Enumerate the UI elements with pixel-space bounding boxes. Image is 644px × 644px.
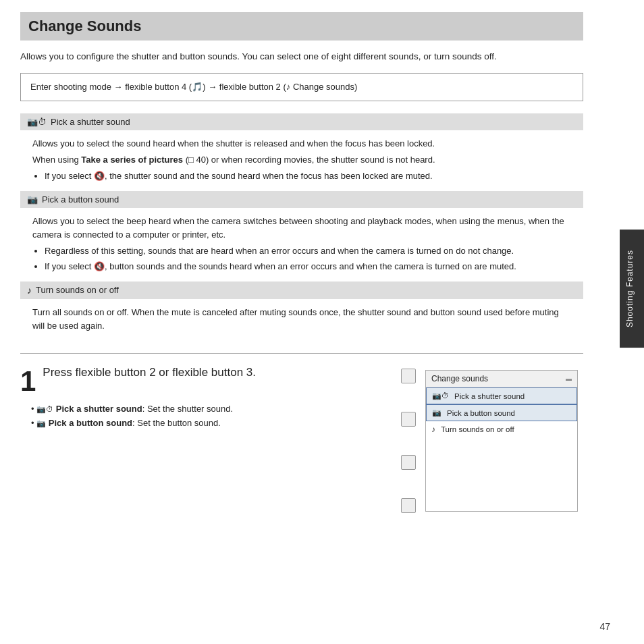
page-title: Change Sounds (28, 18, 575, 35)
music-icon: ♪ (27, 285, 32, 296)
right-sidebar: Shooting Features (617, 0, 644, 644)
shutter-sound-content: Allows you to select the sound heard whe… (20, 134, 583, 191)
cam-button-label: Pick a button sound (447, 409, 515, 417)
step-number: 1 (20, 367, 36, 396)
shutter-desc: Allows you to select the sound heard whe… (32, 137, 571, 151)
cam-button-3 (401, 455, 416, 470)
camera-title-label: Change sounds (431, 374, 488, 383)
shutter-extra: When using Take a series of pictures (□ … (32, 153, 571, 167)
nav-text: Enter shooting mode → flexible button 4 … (30, 82, 357, 92)
camera-ui-area: Change sounds ▬ 📷⏱ Pick a shutter sound … (401, 365, 583, 517)
shutter-bullets: If you select 🔇, the shutter sound and t… (45, 169, 571, 183)
button-sound-content: Allows you to select the beep heard when… (20, 212, 583, 281)
cam-music-icon: ♪ (431, 425, 435, 434)
button-bullet-1: Regardless of this setting, sounds that … (45, 244, 571, 258)
shutter-icon: 📷⏱ (27, 117, 47, 127)
step-title: Press flexible button 2 or flexible butt… (43, 365, 387, 381)
step-bullet-button: 📷 Pick a button sound: Set the button so… (31, 417, 387, 431)
turn-sounds-content: Turn all sounds on or off. When the mute… (20, 303, 583, 340)
button-sound-label: Pick a button sound (42, 194, 119, 205)
button-icon: 📷 (27, 194, 38, 205)
cam-button-4 (401, 498, 416, 513)
cam-button-1 (401, 369, 416, 383)
title-section: Change Sounds (20, 12, 583, 41)
button-sound-header: 📷 Pick a button sound (20, 191, 583, 208)
shutter-sound-header: 📷⏱ Pick a shutter sound (20, 113, 583, 130)
turn-sounds-label: Turn sounds on or off (36, 285, 119, 295)
camera-row-shutter: 📷⏱ Pick a shutter sound (426, 387, 577, 404)
shutter-bullet-1: If you select 🔇, the shutter sound and t… (45, 169, 571, 183)
page-number: 47 (599, 621, 610, 632)
sidebar-tab-label: Shooting Features (620, 230, 644, 348)
camera-row-button: 📷 Pick a button sound (426, 404, 577, 421)
button-bullet-2: If you select 🔇, button sounds and the s… (45, 260, 571, 273)
button-bullets: Regardless of this setting, sounds that … (45, 244, 571, 273)
camera-title-row: Change sounds ▬ (426, 371, 577, 387)
step-bullet-shutter: 📷⏱ Pick a shutter sound: Set the shutter… (31, 402, 387, 417)
camera-screen: Change sounds ▬ 📷⏱ Pick a shutter sound … (425, 370, 578, 512)
step-bullets-list: 📷⏱ Pick a shutter sound: Set the shutter… (31, 402, 387, 431)
cam-shutter-icon: 📷⏱ (432, 392, 449, 400)
page-description: Allows you to configure the shutter and … (20, 50, 583, 63)
shutter-sound-label: Pick a shutter sound (51, 117, 130, 127)
step-title-area: 1 Press flexible button 2 or flexible bu… (20, 365, 387, 396)
nav-instruction: Enter shooting mode → flexible button 4 … (20, 73, 583, 101)
cam-button-icon: 📷 (432, 408, 441, 417)
turn-sounds-header: ♪ Turn sounds on or off (20, 281, 583, 299)
camera-row-turn: ♪ Turn sounds on or off (426, 421, 577, 437)
cam-turn-label: Turn sounds on or off (441, 425, 514, 433)
cam-shutter-label: Pick a shutter sound (454, 392, 525, 400)
turn-sounds-desc: Turn all sounds on or off. When the mute… (32, 306, 571, 333)
step-1-section: 1 Press flexible button 2 or flexible bu… (20, 353, 583, 517)
camera-scroll-indicator: ▬ (566, 375, 572, 382)
button-desc: Allows you to select the beep heard when… (32, 215, 571, 242)
step-left: 1 Press flexible button 2 or flexible bu… (20, 365, 387, 517)
cam-button-2 (401, 412, 416, 427)
